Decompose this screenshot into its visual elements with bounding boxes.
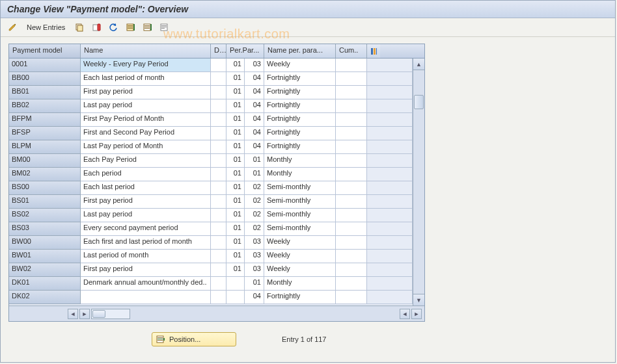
cell-payment-model[interactable]: BLPM bbox=[9, 140, 81, 154]
cell-cum[interactable] bbox=[336, 291, 367, 304]
cell-name[interactable]: First and Second Pay Period bbox=[81, 127, 211, 140]
table-row[interactable]: BW01Last period of month0103Weekly bbox=[9, 250, 424, 263]
cell-name[interactable]: Last pay period bbox=[81, 209, 211, 222]
cell-cum[interactable] bbox=[336, 277, 367, 291]
cell-cum[interactable] bbox=[336, 195, 367, 209]
table-row[interactable]: BS02Last pay period0102Semi-monthly bbox=[9, 209, 424, 222]
table-row[interactable]: BW00Each first and last period of month0… bbox=[9, 236, 424, 250]
cell-name-per-para[interactable]: Fortnightly bbox=[264, 140, 336, 154]
cell-per-par[interactable]: 01 bbox=[226, 154, 245, 168]
cell-name-per-para[interactable]: Weekly bbox=[264, 58, 336, 72]
cell-per-par[interactable]: 01 bbox=[226, 99, 245, 113]
col-name[interactable]: Name bbox=[81, 44, 211, 58]
configure-columns-icon[interactable] bbox=[367, 44, 380, 58]
deselect-all-icon[interactable] bbox=[141, 21, 154, 34]
cell-cum[interactable] bbox=[336, 99, 367, 113]
cell-per-par-n[interactable]: 04 bbox=[245, 72, 264, 86]
cell-name[interactable]: First Pay Period of Month bbox=[81, 113, 211, 127]
cell-cum[interactable] bbox=[336, 72, 367, 86]
cell-d[interactable] bbox=[211, 222, 226, 236]
cell-cum[interactable] bbox=[336, 140, 367, 154]
scroll-up-icon[interactable]: ▲ bbox=[413, 58, 424, 70]
cell-name-per-para[interactable]: Weekly bbox=[264, 250, 336, 263]
delete-icon[interactable] bbox=[90, 21, 103, 34]
cell-per-par-n[interactable]: 04 bbox=[245, 127, 264, 140]
cell-name-per-para[interactable]: Semi-monthly bbox=[264, 222, 336, 236]
col-name-per-para[interactable]: Name per. para... bbox=[264, 44, 336, 58]
cell-d[interactable] bbox=[211, 250, 226, 263]
cell-per-par[interactable]: 01 bbox=[226, 209, 245, 222]
cell-name[interactable]: Last period of month bbox=[81, 250, 211, 263]
cell-per-par[interactable]: 01 bbox=[226, 236, 245, 250]
cell-payment-model[interactable]: BM00 bbox=[9, 154, 81, 168]
cell-d[interactable] bbox=[211, 277, 226, 291]
table-row[interactable]: BFPMFirst Pay Period of Month0104Fortnig… bbox=[9, 113, 424, 127]
cell-per-par-n[interactable]: 03 bbox=[245, 250, 264, 263]
scroll-thumb[interactable] bbox=[414, 95, 424, 109]
cell-payment-model[interactable]: BS00 bbox=[9, 181, 81, 195]
cell-name-per-para[interactable]: Fortnightly bbox=[264, 72, 336, 86]
cell-per-par-n[interactable]: 03 bbox=[245, 263, 264, 277]
cell-per-par[interactable]: 01 bbox=[226, 250, 245, 263]
cell-per-par-n[interactable]: 02 bbox=[245, 195, 264, 209]
cell-payment-model[interactable]: BFPM bbox=[9, 113, 81, 127]
col-d[interactable]: D.. bbox=[211, 44, 226, 58]
cell-name[interactable]: Each first and last period of month bbox=[81, 236, 211, 250]
cell-name-per-para[interactable]: Monthly bbox=[264, 277, 336, 291]
table-row[interactable]: BFSPFirst and Second Pay Period0104Fortn… bbox=[9, 127, 424, 140]
table-row[interactable]: BS00Each last period0102Semi-monthly bbox=[9, 181, 424, 195]
cell-name-per-para[interactable]: Weekly bbox=[264, 236, 336, 250]
cell-d[interactable] bbox=[211, 99, 226, 113]
table-row[interactable]: BM00Each Pay Period0101Monthly bbox=[9, 154, 424, 168]
cell-name[interactable]: Each last period bbox=[81, 181, 211, 195]
cell-cum[interactable] bbox=[336, 86, 367, 99]
cell-d[interactable] bbox=[211, 263, 226, 277]
cell-name[interactable]: Last pay period bbox=[81, 99, 211, 113]
cell-name[interactable]: First pay period bbox=[81, 195, 211, 209]
hscroll-left-icon[interactable]: ◄ bbox=[68, 309, 78, 319]
table-row[interactable]: BS01First pay period0102Semi-monthly bbox=[9, 195, 424, 209]
cell-per-par[interactable] bbox=[226, 291, 245, 304]
cell-name-per-para[interactable]: Fortnightly bbox=[264, 291, 336, 304]
table-row[interactable]: DK01Denmark annual amount/monthly ded..0… bbox=[9, 277, 424, 291]
cell-name[interactable]: Each period bbox=[81, 168, 211, 181]
cell-cum[interactable] bbox=[336, 236, 367, 250]
cell-per-par[interactable]: 01 bbox=[226, 168, 245, 181]
hscroll-track[interactable] bbox=[91, 309, 130, 319]
cell-name-per-para[interactable]: Semi-monthly bbox=[264, 181, 336, 195]
cell-per-par-n[interactable]: 03 bbox=[245, 58, 264, 72]
copy-as-icon[interactable] bbox=[73, 21, 86, 34]
cell-d[interactable] bbox=[211, 58, 226, 72]
cell-payment-model[interactable]: DK02 bbox=[9, 291, 81, 304]
cell-d[interactable] bbox=[211, 168, 226, 181]
hscroll2-right-icon[interactable]: ► bbox=[411, 309, 422, 319]
cell-d[interactable] bbox=[211, 291, 226, 304]
cell-per-par[interactable]: 01 bbox=[226, 72, 245, 86]
cell-name[interactable]: First pay period bbox=[81, 86, 211, 99]
table-row[interactable]: BB00Each last period of month0104Fortnig… bbox=[9, 72, 424, 86]
cell-name[interactable] bbox=[81, 291, 211, 304]
cell-d[interactable] bbox=[211, 181, 226, 195]
cell-per-par-n[interactable]: 03 bbox=[245, 236, 264, 250]
cell-per-par[interactable]: 01 bbox=[226, 127, 245, 140]
cell-per-par[interactable] bbox=[226, 277, 245, 291]
cell-cum[interactable] bbox=[336, 127, 367, 140]
cell-per-par-n[interactable]: 04 bbox=[245, 140, 264, 154]
table-row[interactable]: BB01First pay period0104Fortnightly bbox=[9, 86, 424, 99]
table-row[interactable]: BLPMLast Pay period of Month0104Fortnigh… bbox=[9, 140, 424, 154]
cell-d[interactable] bbox=[211, 72, 226, 86]
new-entries-button[interactable]: New Entries bbox=[23, 23, 69, 31]
table-row[interactable]: DK0204Fortnightly bbox=[9, 291, 424, 304]
cell-payment-model[interactable]: BFSP bbox=[9, 127, 81, 140]
cell-name[interactable]: Every second payment period bbox=[81, 222, 211, 236]
cell-name-per-para[interactable]: Fortnightly bbox=[264, 113, 336, 127]
cell-name-per-para[interactable]: Weekly bbox=[264, 263, 336, 277]
cell-per-par[interactable]: 01 bbox=[226, 222, 245, 236]
cell-cum[interactable] bbox=[336, 250, 367, 263]
cell-per-par[interactable]: 01 bbox=[226, 181, 245, 195]
hscroll-thumb[interactable] bbox=[92, 310, 105, 318]
cell-d[interactable] bbox=[211, 236, 226, 250]
cell-d[interactable] bbox=[211, 154, 226, 168]
cell-per-par-n[interactable]: 02 bbox=[245, 222, 264, 236]
toggle-edit-icon[interactable] bbox=[6, 21, 19, 34]
